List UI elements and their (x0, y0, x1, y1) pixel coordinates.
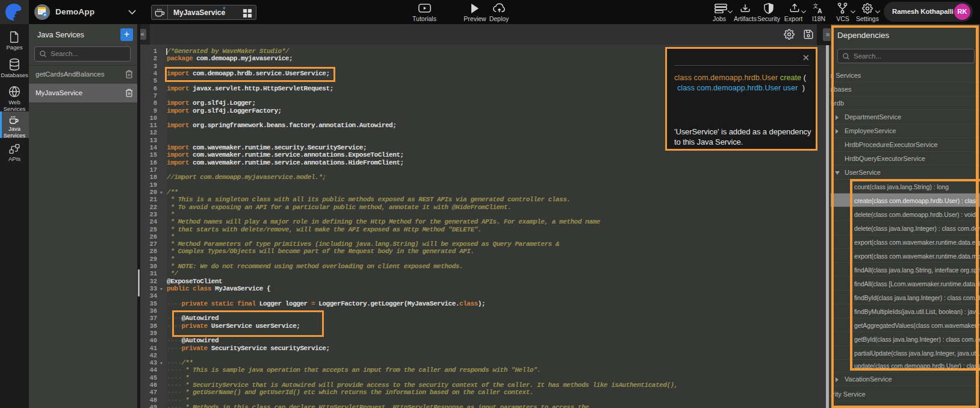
svg-text:A: A (817, 7, 822, 14)
